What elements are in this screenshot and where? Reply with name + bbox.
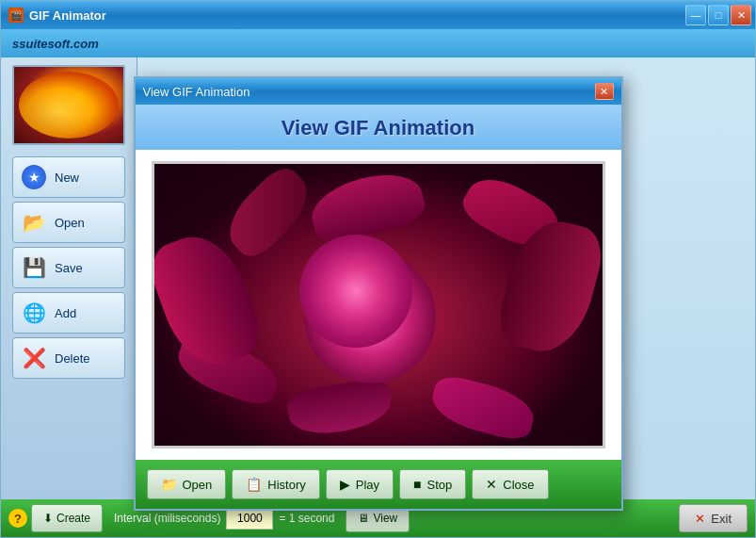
- modal-body: [136, 150, 621, 460]
- minimize-button[interactable]: —: [685, 5, 706, 25]
- exit-button[interactable]: ✕ Exit: [679, 504, 748, 532]
- modal-footer: 📁 Open 📋 History ▶ Play ■ Stop: [136, 460, 621, 509]
- brand-text: ssuitesoft.com: [12, 37, 99, 51]
- modal-stop-button[interactable]: ■ Stop: [399, 469, 466, 499]
- exit-label: Exit: [711, 512, 732, 526]
- exit-icon: ✕: [695, 512, 705, 526]
- equals-label: = 1 second: [279, 512, 334, 525]
- modal-close-label: Close: [503, 478, 534, 492]
- modal-title-bar: View GIF Animation ✕: [136, 78, 621, 105]
- modal-open-button[interactable]: 📁 Open: [147, 469, 227, 499]
- create-button[interactable]: ⬇ Create: [31, 504, 103, 532]
- title-bar-controls: — □ ✕: [685, 5, 751, 25]
- modal-close-x-button[interactable]: ✕: [595, 83, 614, 100]
- app-window: 🎬 GIF Animator — □ ✕ ssuitesoft.com ★: [0, 0, 756, 538]
- modal-open-label: Open: [183, 478, 213, 492]
- close-icon: ✕: [486, 477, 497, 492]
- modal-header: View GIF Animation: [136, 105, 621, 150]
- view-gif-modal: View GIF Animation ✕ View GIF Animation: [134, 76, 623, 511]
- close-app-button[interactable]: ✕: [731, 5, 751, 25]
- open-folder-icon: 📁: [161, 477, 177, 492]
- create-icon: ⬇: [43, 512, 53, 525]
- modal-history-button[interactable]: 📋 History: [232, 469, 319, 499]
- modal-overlay: View GIF Animation ✕ View GIF Animation: [1, 57, 755, 462]
- gif-display-area: [152, 161, 605, 448]
- modal-history-label: History: [267, 478, 305, 492]
- modal-stop-label: Stop: [427, 478, 453, 492]
- petal-top-left: [217, 161, 320, 264]
- create-label: Create: [56, 512, 90, 525]
- app-title: GIF Animator: [29, 8, 106, 23]
- view-icon: 🖥: [358, 512, 369, 525]
- app-icon: 🎬: [8, 8, 24, 23]
- title-bar: 🎬 GIF Animator — □ ✕: [1, 1, 755, 29]
- center-bloom: [299, 235, 412, 348]
- modal-play-button[interactable]: ▶ Play: [326, 469, 394, 499]
- view-label: View: [373, 512, 397, 525]
- maximize-button[interactable]: □: [708, 5, 729, 25]
- modal-title: View GIF Animation: [143, 85, 595, 99]
- modal-play-label: Play: [356, 478, 379, 492]
- main-content: ★ New 📂 Open 💾 Save 🌐 Add ❌: [1, 57, 755, 499]
- stop-icon: ■: [413, 477, 421, 492]
- play-icon: ▶: [340, 477, 350, 492]
- history-icon: 📋: [246, 477, 262, 492]
- help-button[interactable]: ?: [8, 509, 27, 528]
- interval-label: Interval (miliseconds): [114, 512, 220, 525]
- petal-bottom: [285, 376, 395, 440]
- modal-close-button[interactable]: ✕ Close: [472, 469, 548, 499]
- petal-bottom-right: [427, 372, 539, 445]
- modal-header-title: View GIF Animation: [151, 116, 606, 140]
- flower-background: [154, 164, 603, 446]
- brand-bar: ssuitesoft.com: [1, 29, 755, 57]
